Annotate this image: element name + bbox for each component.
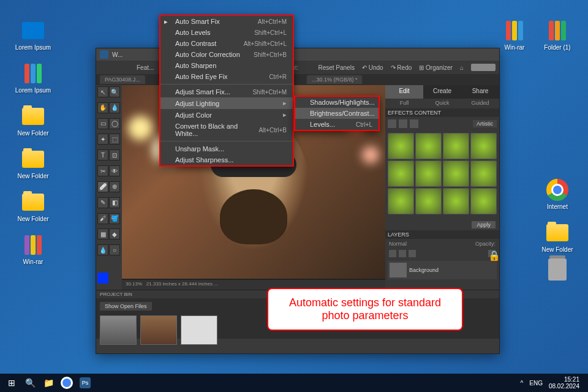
- zoom-tool[interactable]: 🔍: [109, 86, 120, 97]
- effect-thumb[interactable]: [443, 188, 469, 214]
- move-tool[interactable]: ↖: [97, 86, 108, 97]
- menu-adjust-lighting[interactable]: Adjust Lighting▸: [160, 97, 293, 109]
- bin-thumb[interactable]: [100, 315, 137, 345]
- apply-button[interactable]: Apply: [472, 221, 496, 228]
- menubar-item[interactable]: Feat...: [137, 64, 154, 71]
- desktop-icon-folder[interactable]: New Folder: [15, 147, 51, 179]
- menu-auto-contrast[interactable]: Auto ContrastAlt+Shift+Ctrl+L: [160, 38, 293, 49]
- effect-thumb[interactable]: [470, 188, 497, 214]
- layer-row[interactable]: Background: [388, 261, 497, 279]
- clock[interactable]: 15:21 08.02.2024: [549, 376, 579, 390]
- sponge-tool[interactable]: ○: [109, 244, 120, 255]
- submenu-levels[interactable]: Levels...Ctrl+L: [295, 119, 379, 130]
- language-indicator[interactable]: ENG: [529, 380, 543, 386]
- home-icon[interactable]: ⌂: [460, 64, 464, 71]
- redeye-tool[interactable]: 👁: [109, 165, 120, 176]
- effect-thumb[interactable]: [470, 133, 497, 159]
- desktop-icon-folder[interactable]: New Folder: [539, 221, 576, 253]
- menu-auto-smart-fix[interactable]: ▸ Auto Smart FixAlt+Ctrl+M: [160, 16, 293, 27]
- bin-thumb[interactable]: [181, 315, 217, 345]
- desktop-icon-folder[interactable]: New Folder: [15, 104, 51, 137]
- bucket-tool[interactable]: 🪣: [109, 213, 120, 224]
- layer-link-icon[interactable]: [389, 250, 396, 257]
- effect-thumb[interactable]: [470, 160, 497, 187]
- effect-thumb[interactable]: [415, 133, 442, 159]
- subtab-guided[interactable]: Guided: [461, 99, 499, 108]
- tab-edit[interactable]: Edit: [385, 85, 423, 99]
- menu-adjust-color[interactable]: Adjust Color▸: [160, 109, 293, 121]
- tray-chevron-icon[interactable]: ^: [521, 380, 524, 386]
- menu-auto-levels[interactable]: Auto LevelsShift+Ctrl+L: [160, 27, 293, 38]
- menu-convert-bw[interactable]: Convert to Black and White...Alt+Ctrl+B: [160, 121, 293, 139]
- effects-view-icon[interactable]: [388, 119, 396, 128]
- layer-mask-icon[interactable]: [409, 250, 416, 257]
- desktop-icon-trash[interactable]: [539, 257, 576, 283]
- search-button[interactable]: 🔍: [21, 375, 39, 391]
- effect-thumb[interactable]: [388, 160, 414, 187]
- menu-unsharp-mask[interactable]: Unsharp Mask...: [160, 143, 293, 154]
- effect-thumb[interactable]: [415, 160, 442, 187]
- desktop-icon-binder[interactable]: Lorem Ipsum: [15, 61, 51, 94]
- submenu-shadows-highlights[interactable]: Shadows/Highlights...: [295, 97, 379, 108]
- tab-share[interactable]: Share: [461, 85, 499, 99]
- shape-tool[interactable]: ◆: [109, 228, 120, 239]
- menu-auto-color[interactable]: Auto Color CorrectionShift+Ctrl+B: [160, 49, 293, 60]
- desktop-icon-monitor[interactable]: Lorem Ipsum: [15, 18, 51, 51]
- stamp-tool[interactable]: ⊕: [109, 181, 120, 192]
- desktop-icon-folder[interactable]: New Folder: [15, 190, 51, 222]
- cookie-tool[interactable]: ✂: [97, 165, 108, 176]
- menu-auto-sharpen[interactable]: Auto Sharpen: [160, 60, 293, 71]
- desktop-icon-chrome[interactable]: Internet: [539, 178, 576, 210]
- effects-view-icon[interactable]: [410, 119, 418, 128]
- redo-button[interactable]: ↷ Redo: [391, 64, 412, 71]
- menu-auto-redeye[interactable]: Auto Red Eye FixCtrl+R: [160, 71, 293, 82]
- menu-adjust-sharpness[interactable]: Adjust Sharpness...: [160, 154, 293, 165]
- effect-thumb[interactable]: [443, 160, 469, 187]
- hand-tool[interactable]: ✋: [97, 102, 108, 113]
- pencil-tool[interactable]: ✎: [97, 197, 108, 208]
- document-tab[interactable]: ...30.1% (RGB/8) *: [307, 75, 363, 84]
- window-titlebar[interactable]: W...: [96, 48, 499, 61]
- explorer-button[interactable]: 📁: [39, 375, 58, 391]
- brush-tool[interactable]: 🖌: [97, 213, 108, 224]
- undo-button[interactable]: ↶ Undo: [362, 64, 383, 71]
- layer-fx-icon[interactable]: [399, 250, 406, 257]
- effects-view-icon[interactable]: [399, 119, 407, 128]
- wand-tool[interactable]: ✦: [97, 134, 108, 145]
- organizer-button[interactable]: ⊞ Organizer: [419, 64, 453, 71]
- photoshop-button[interactable]: Ps: [76, 375, 94, 391]
- menu-adjust-smartfix[interactable]: Adjust Smart Fix...Shift+Ctrl+M: [160, 86, 293, 97]
- bin-thumb[interactable]: [140, 315, 177, 345]
- blend-mode-dropdown[interactable]: Normal: [389, 241, 407, 247]
- gradient-tool[interactable]: ▦: [97, 228, 108, 239]
- effects-category-dropdown[interactable]: Artistic: [473, 120, 497, 127]
- reset-panels-button[interactable]: Reset Panels: [318, 64, 354, 71]
- layer-lock-icon[interactable]: 🔒: [488, 250, 496, 257]
- subtab-quick[interactable]: Quick: [423, 99, 461, 108]
- subtab-full[interactable]: Full: [385, 99, 423, 108]
- desktop-icon-winrar[interactable]: Win-rar: [496, 18, 533, 51]
- search-field[interactable]: [471, 64, 496, 71]
- healing-tool[interactable]: 🩹: [97, 181, 108, 192]
- desktop-icon-binder[interactable]: Folder (1): [539, 18, 576, 51]
- submenu-brightness-contrast[interactable]: Brightness/Contrast...: [295, 108, 379, 119]
- effect-thumb[interactable]: [388, 133, 414, 159]
- chrome-button[interactable]: [58, 375, 76, 391]
- effect-thumb[interactable]: [388, 188, 414, 214]
- eyedropper-tool[interactable]: 💧: [109, 102, 120, 113]
- show-open-files-button[interactable]: Show Open Files: [100, 302, 152, 311]
- blur-tool[interactable]: 💧: [97, 244, 108, 255]
- lasso-tool[interactable]: ◯: [109, 118, 120, 129]
- start-button[interactable]: ⊞: [2, 375, 21, 391]
- crop-tool[interactable]: ⊡: [109, 149, 120, 160]
- document-tab[interactable]: PAG30408.J...: [100, 75, 145, 84]
- marquee-tool[interactable]: ▭: [97, 118, 108, 129]
- foreground-color[interactable]: [97, 273, 108, 284]
- tab-create[interactable]: Create: [423, 85, 461, 99]
- effect-thumb[interactable]: [443, 133, 469, 159]
- eraser-tool[interactable]: ◧: [109, 197, 120, 208]
- select-tool[interactable]: ⬚: [109, 134, 120, 145]
- type-tool[interactable]: T: [97, 149, 108, 160]
- effect-thumb[interactable]: [415, 188, 442, 214]
- desktop-icon-winrar[interactable]: Win-rar: [15, 233, 51, 265]
